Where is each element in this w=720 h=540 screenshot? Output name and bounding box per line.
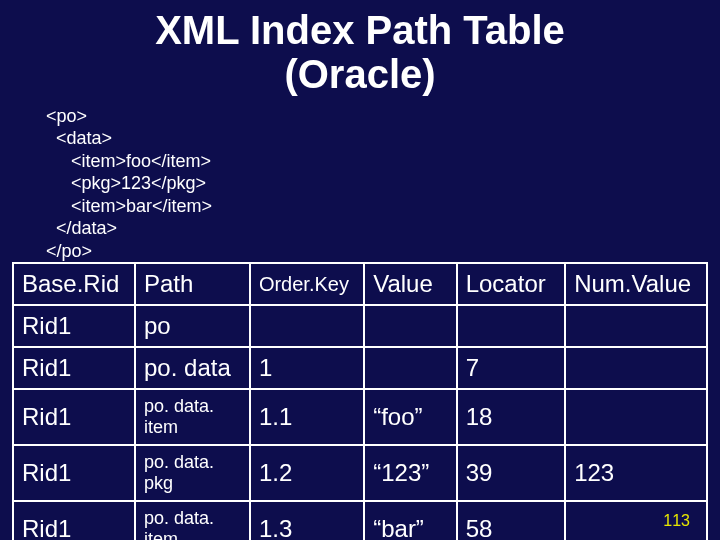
table-row: Rid1 po. data. item 1.1 “foo” 18 (13, 389, 707, 445)
cell-value: “bar” (364, 501, 456, 540)
header-numvalue: Num.Value (565, 263, 707, 305)
cell-orderkey (250, 305, 364, 347)
header-locator: Locator (457, 263, 566, 305)
cell-locator: 7 (457, 347, 566, 389)
xml-line: <item>foo</item> (46, 151, 211, 171)
table-row: Rid1 po. data 1 7 (13, 347, 707, 389)
xml-line: <po> (46, 106, 87, 126)
cell-value: “123” (364, 445, 456, 501)
cell-path: po. data. item (135, 501, 250, 540)
header-baserid: Base.Rid (13, 263, 135, 305)
cell-baserid: Rid1 (13, 305, 135, 347)
xml-code-block: <po> <data> <item>foo</item> <pkg>123</p… (46, 82, 212, 262)
cell-numvalue (565, 347, 707, 389)
cell-locator: 39 (457, 445, 566, 501)
header-orderkey: Order.Key (250, 263, 364, 305)
cell-value: “foo” (364, 389, 456, 445)
cell-numvalue: 123 (565, 445, 707, 501)
cell-value (364, 347, 456, 389)
table-row: Rid1 po (13, 305, 707, 347)
cell-value (364, 305, 456, 347)
xml-line: <data> (46, 128, 112, 148)
xml-line: </po> (46, 241, 92, 261)
cell-locator (457, 305, 566, 347)
page-number: 113 (663, 512, 690, 530)
cell-numvalue (565, 389, 707, 445)
xml-line: </data> (46, 218, 117, 238)
title-line-2: (Oracle) (284, 52, 435, 96)
cell-locator: 58 (457, 501, 566, 540)
cell-path: po. data (135, 347, 250, 389)
xml-line: <pkg>123</pkg> (46, 173, 206, 193)
table-header-row: Base.Rid Path Order.Key Value Locator Nu… (13, 263, 707, 305)
cell-baserid: Rid1 (13, 347, 135, 389)
cell-orderkey: 1.2 (250, 445, 364, 501)
cell-path: po. data. pkg (135, 445, 250, 501)
table-row: Rid1 po. data. pkg 1.2 “123” 39 123 (13, 445, 707, 501)
cell-locator: 18 (457, 389, 566, 445)
cell-path: po (135, 305, 250, 347)
cell-baserid: Rid1 (13, 445, 135, 501)
table-row: Rid1 po. data. item 1.3 “bar” 58 (13, 501, 707, 540)
xml-line: <item>bar</item> (46, 196, 212, 216)
cell-baserid: Rid1 (13, 501, 135, 540)
index-path-table: Base.Rid Path Order.Key Value Locator Nu… (12, 262, 708, 540)
cell-path: po. data. item (135, 389, 250, 445)
header-value: Value (364, 263, 456, 305)
cell-orderkey: 1 (250, 347, 364, 389)
header-path: Path (135, 263, 250, 305)
cell-baserid: Rid1 (13, 389, 135, 445)
cell-orderkey: 1.3 (250, 501, 364, 540)
cell-numvalue (565, 305, 707, 347)
cell-orderkey: 1.1 (250, 389, 364, 445)
title-line-1: XML Index Path Table (155, 8, 565, 52)
